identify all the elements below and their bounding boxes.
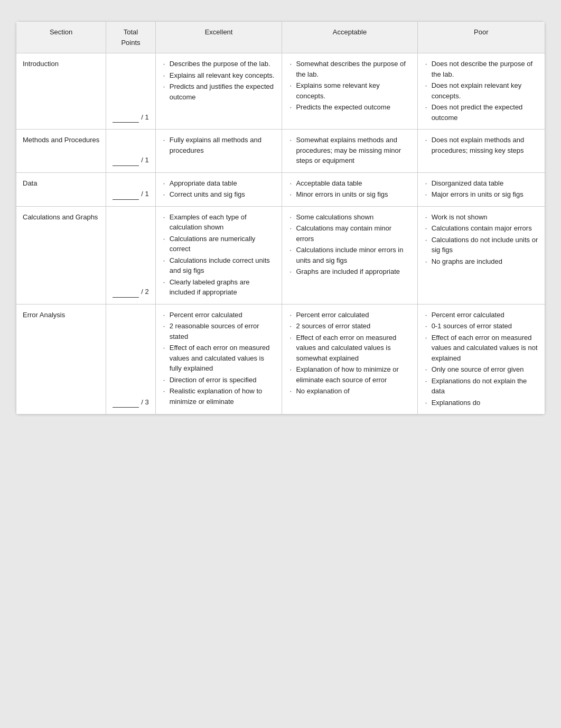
list-item: 2 reasonable sources of error stated (162, 321, 276, 342)
list-item: Realistic explanation of how to minimize… (162, 386, 276, 407)
list-item: Explanations do not explain the data (424, 376, 538, 397)
list-item: 0-1 sources of error stated (424, 321, 538, 331)
list-item: Calculations do not include units or sig… (424, 235, 538, 255)
header-section: Section (16, 22, 106, 53)
list-item: Calculations include minor errors in uni… (288, 245, 410, 265)
list-item: Percent error calculated (162, 310, 276, 320)
list-item: Effect of each error on measured values … (424, 333, 538, 364)
list-item: Explains some relevant key concepts. (288, 80, 410, 101)
list-item: Calculations may contain minor errors (288, 223, 410, 244)
list-item: Effect of each error on measured values … (162, 343, 276, 374)
points-cell: / 1 (106, 172, 155, 206)
list-item: Percent error calculated (424, 310, 538, 320)
table-row: Error Analysis / 3Percent error calculat… (16, 304, 545, 414)
acceptable-cell: Somewhat describes the purpose of the la… (282, 53, 417, 130)
section-cell: Methods and Procedures (16, 130, 106, 173)
section-cell: Introduction (16, 53, 106, 130)
list-item: Does not predict the expected outcome (424, 102, 538, 123)
list-item: Appropriate data table (162, 178, 276, 189)
excellent-cell: Examples of each type of calculation sho… (155, 206, 282, 304)
acceptable-cell: Somewhat explains methods and procedures… (282, 130, 417, 173)
excellent-cell: Fully explains all methods and procedure… (155, 130, 282, 173)
section-cell: Error Analysis (16, 304, 106, 414)
excellent-cell: Appropriate data tableCorrect units and … (155, 172, 282, 206)
poor-cell: Disorganized data tableMajor errors in u… (417, 172, 545, 206)
points-cell: / 1 (106, 53, 155, 130)
list-item: Somewhat explains methods and procedures… (288, 135, 410, 166)
section-cell: Calculations and Graphs (16, 206, 106, 304)
list-item: 2 sources of error stated (288, 321, 410, 331)
list-item: Effect of each error on measured values … (288, 333, 410, 364)
table-row: Calculations and Graphs / 2Examples of e… (16, 206, 545, 304)
points-cell: / 3 (106, 304, 155, 414)
list-item: Some calculations shown (288, 212, 410, 223)
list-item: Somewhat describes the purpose of the la… (288, 59, 410, 79)
list-item: Describes the purpose of the lab. (162, 59, 276, 69)
list-item: Calculations include correct units and s… (162, 255, 276, 276)
points-cell: / 1 (106, 130, 155, 173)
list-item: Does not explain relevant key concepts. (424, 80, 538, 101)
list-item: Correct units and sig figs (162, 189, 276, 200)
acceptable-cell: Some calculations shownCalculations may … (282, 206, 417, 304)
acceptable-cell: Acceptable data tableMinor errors in uni… (282, 172, 417, 206)
list-item: Explanation of how to minimize or elimin… (288, 364, 410, 385)
table-row: Data / 1Appropriate data tableCorrect un… (16, 172, 545, 206)
list-item: No explanation of (288, 386, 410, 397)
list-item: Disorganized data table (424, 178, 538, 189)
list-item: Clearly labeled graphs are included if a… (162, 277, 276, 298)
list-item: Does not describe the purpose of the lab… (424, 59, 538, 79)
section-cell: Data (16, 172, 106, 206)
list-item: Calculations contain major errors (424, 223, 538, 234)
list-item: Calculations are numerically correct (162, 234, 276, 254)
list-item: Predicts and justifies the expected outc… (162, 81, 276, 102)
excellent-cell: Describes the purpose of the lab.Explain… (155, 53, 282, 130)
list-item: Examples of each type of calculation sho… (162, 212, 276, 233)
rubric-table: Section Total Points Excellent Acceptabl… (16, 21, 545, 414)
header-row: Section Total Points Excellent Acceptabl… (16, 22, 545, 53)
list-item: Acceptable data table (288, 178, 410, 189)
list-item: Predicts the expected outcome (288, 102, 410, 113)
poor-cell: Percent error calculated0-1 sources of e… (417, 304, 545, 414)
list-item: Major errors in units or sig figs (424, 189, 538, 200)
table-row: Introduction / 1Describes the purpose of… (16, 53, 545, 130)
points-cell: / 2 (106, 206, 155, 304)
poor-cell: Work is not shownCalculations contain ma… (417, 206, 545, 304)
header-excellent: Excellent (155, 22, 282, 53)
list-item: Only one source of error given (424, 364, 538, 375)
list-item: Explains all relevant key concepts. (162, 70, 276, 81)
table-row: Methods and Procedures / 1Fully explains… (16, 130, 545, 173)
header-poor: Poor (417, 22, 545, 53)
acceptable-cell: Percent error calculated2 sources of err… (282, 304, 417, 414)
poor-cell: Does not explain methods and procedures;… (417, 130, 545, 173)
header-points: Total Points (106, 22, 155, 53)
list-item: Percent error calculated (288, 310, 410, 320)
list-item: Explanations do (424, 398, 538, 408)
list-item: Graphs are included if appropriate (288, 266, 410, 277)
excellent-cell: Percent error calculated2 reasonable sou… (155, 304, 282, 414)
rubric-table-wrapper: Section Total Points Excellent Acceptabl… (16, 21, 545, 414)
list-item: Direction of error is specified (162, 375, 276, 385)
list-item: No graphs are included (424, 256, 538, 267)
list-item: Fully explains all methods and procedure… (162, 135, 276, 155)
list-item: Minor errors in units or sig figs (288, 189, 410, 200)
header-acceptable: Acceptable (282, 22, 417, 53)
list-item: Work is not shown (424, 212, 538, 223)
poor-cell: Does not describe the purpose of the lab… (417, 53, 545, 130)
list-item: Does not explain methods and procedures;… (424, 135, 538, 155)
